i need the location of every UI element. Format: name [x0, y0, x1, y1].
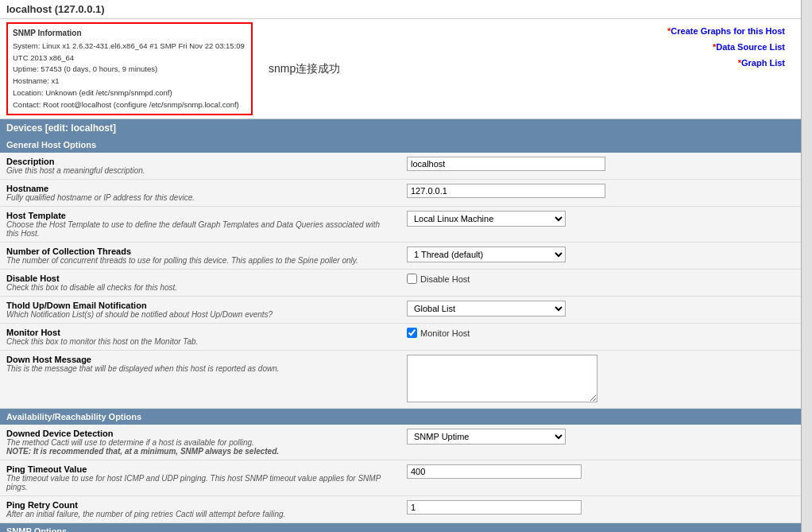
downed-detection-label-cell: Downed Device Detection The method Cacti…: [0, 425, 400, 460]
ping-timeout-input-cell: [400, 460, 801, 496]
disable-host-input-cell: Disable Host: [400, 270, 801, 297]
graph-list-link[interactable]: Graph List: [738, 58, 785, 68]
disable-host-label-cell: Disable Host Check this box to disable a…: [0, 270, 400, 297]
snmp-hostname-line: Hostname: x1: [13, 76, 246, 87]
graph-list-link-wrapper[interactable]: Graph List: [667, 56, 785, 72]
data-source-list-link-wrapper[interactable]: Data Source List: [667, 40, 785, 56]
create-graphs-link[interactable]: Create Graphs for this Host: [667, 26, 785, 36]
data-source-list-link[interactable]: Data Source List: [713, 42, 785, 52]
devices-bar: Devices [edit: localhost]: [0, 119, 801, 137]
thold-email-input-cell: Global List: [400, 297, 801, 324]
thold-email-label: Thold Up/Down Email Notification: [6, 301, 394, 310]
monitor-host-row: Monitor Host Check this box to monitor t…: [0, 324, 801, 351]
host-template-label-cell: Host Template Choose the Host Template t…: [0, 207, 400, 243]
disable-host-checkbox-label: Disable Host: [420, 274, 470, 284]
down-host-msg-label: Down Host Message: [6, 355, 394, 364]
ping-timeout-label-cell: Ping Timeout Value The timeout value to …: [0, 460, 400, 496]
hostname-label: Hostname: [6, 184, 394, 193]
collection-threads-input-cell: 1 Thread (default): [400, 243, 801, 270]
hostname-label-cell: Hostname Fully qualified hostname or IP …: [0, 180, 400, 207]
collection-threads-label-cell: Number of Collection Threads The number …: [0, 243, 400, 270]
host-template-row: Host Template Choose the Host Template t…: [0, 207, 801, 243]
hostname-input[interactable]: [407, 184, 605, 198]
down-host-msg-input-cell: [400, 351, 801, 409]
downed-detection-input-cell: SNMP Uptime: [400, 425, 801, 460]
availability-options-table: Downed Device Detection The method Cacti…: [0, 425, 801, 523]
top-section: SNMP Information System: Linux x1 2.6.32…: [0, 19, 801, 119]
monitor-host-label: Monitor Host: [6, 328, 394, 337]
collection-threads-label: Number of Collection Threads: [6, 247, 394, 256]
down-host-msg-desc: This is the message that will be display…: [6, 364, 394, 373]
snmp-system: System: Linux x1 2.6.32-431.el6.x86_64 #…: [13, 41, 246, 64]
description-label: Description: [6, 157, 394, 166]
ping-retry-label: Ping Retry Count: [6, 500, 394, 510]
hostname-input-cell: [400, 180, 801, 207]
top-right-links: Create Graphs for this Host Data Source …: [667, 24, 785, 71]
thold-email-row: Thold Up/Down Email Notification Which N…: [0, 297, 801, 324]
monitor-host-label-cell: Monitor Host Check this box to monitor t…: [0, 324, 400, 351]
ping-retry-input[interactable]: [407, 500, 582, 515]
create-graphs-link-wrapper[interactable]: Create Graphs for this Host: [667, 24, 785, 40]
description-input-cell: [400, 153, 801, 180]
description-row: Description Give this host a meaningful …: [0, 153, 801, 180]
snmp-uptime: Uptime: 57453 (0 days, 0 hours, 9 minute…: [13, 64, 246, 76]
host-template-desc: Choose the Host Template to use to defin…: [6, 220, 394, 238]
ping-retry-desc: After an initial failure, the number of …: [6, 510, 394, 518]
thold-email-desc: Which Notification List(s) of should be …: [6, 310, 394, 319]
ping-retry-input-cell: [400, 496, 801, 523]
disable-host-checkbox-row: Disable Host: [407, 274, 795, 284]
monitor-host-checkbox-row: Monitor Host: [407, 328, 795, 338]
collection-threads-desc: The number of concurrent threads to use …: [6, 256, 394, 265]
availability-section-header: Availability/Reachability Options: [0, 409, 801, 425]
general-section-header: General Host Options: [0, 137, 801, 153]
downed-detection-row: Downed Device Detection The method Cacti…: [0, 425, 801, 460]
ping-retry-row: Ping Retry Count After an initial failur…: [0, 496, 801, 523]
ping-timeout-input[interactable]: [407, 464, 582, 479]
ping-timeout-desc: The timeout value to use for host ICMP a…: [6, 474, 394, 491]
downed-detection-desc: The method Cacti will use to determine i…: [6, 438, 394, 447]
ping-timeout-row: Ping Timeout Value The timeout value to …: [0, 460, 801, 496]
disable-host-row: Disable Host Check this box to disable a…: [0, 270, 801, 297]
disable-host-checkbox[interactable]: [407, 274, 417, 284]
snmp-info-content: System: Linux x1 2.6.32-431.el6.x86_64 #…: [13, 41, 246, 111]
monitor-host-checkbox[interactable]: [407, 328, 417, 338]
down-host-msg-row: Down Host Message This is the message th…: [0, 351, 801, 409]
ping-timeout-label: Ping Timeout Value: [6, 464, 394, 474]
downed-detection-select[interactable]: SNMP Uptime: [407, 429, 566, 445]
hostname-desc: Fully qualified hostname or IP address f…: [6, 193, 394, 202]
scrollbar[interactable]: [801, 0, 812, 532]
down-host-msg-textarea[interactable]: [407, 355, 597, 402]
description-input[interactable]: [407, 157, 605, 171]
collection-threads-select[interactable]: 1 Thread (default): [407, 247, 566, 262]
host-template-select[interactable]: Local Linux Machine: [407, 211, 566, 227]
monitor-host-checkbox-label: Monitor Host: [420, 328, 470, 338]
downed-detection-note: NOTE: It is recommended that, at a minim…: [6, 447, 394, 456]
down-host-msg-label-cell: Down Host Message This is the message th…: [0, 351, 400, 409]
host-template-label: Host Template: [6, 211, 394, 220]
snmp-info-title: SNMP Information: [13, 27, 246, 39]
snmp-location: Location: Unknown (edit /etc/snmp/snmpd.…: [13, 87, 246, 99]
ping-retry-label-cell: Ping Retry Count After an initial failur…: [0, 496, 400, 523]
description-label-cell: Description Give this host a meaningful …: [0, 153, 400, 180]
collection-threads-row: Number of Collection Threads The number …: [0, 243, 801, 270]
description-desc: Give this host a meaningful description.: [6, 166, 394, 175]
disable-host-desc: Check this box to disable all checks for…: [6, 283, 394, 292]
hostname-row: Hostname Fully qualified hostname or IP …: [0, 180, 801, 207]
page-title: localhost (127.0.0.1): [0, 0, 801, 19]
monitor-host-desc: Check this box to monitor this host on t…: [6, 337, 394, 346]
disable-host-label: Disable Host: [6, 274, 394, 283]
downed-detection-label: Downed Device Detection: [6, 429, 394, 438]
snmp-info-box: SNMP Information System: Linux x1 2.6.32…: [6, 22, 253, 115]
snmp-options-section-header: SNMP Options: [0, 523, 801, 532]
thold-email-label-cell: Thold Up/Down Email Notification Which N…: [0, 297, 400, 324]
snmp-success-message: snmp连接成功: [269, 62, 340, 76]
general-options-table: Description Give this host a meaningful …: [0, 153, 801, 409]
thold-email-select[interactable]: Global List: [407, 301, 566, 316]
host-template-input-cell: Local Linux Machine: [400, 207, 801, 243]
monitor-host-input-cell: Monitor Host: [400, 324, 801, 351]
snmp-contact: Contact: Root root@localhost (configure …: [13, 99, 246, 111]
